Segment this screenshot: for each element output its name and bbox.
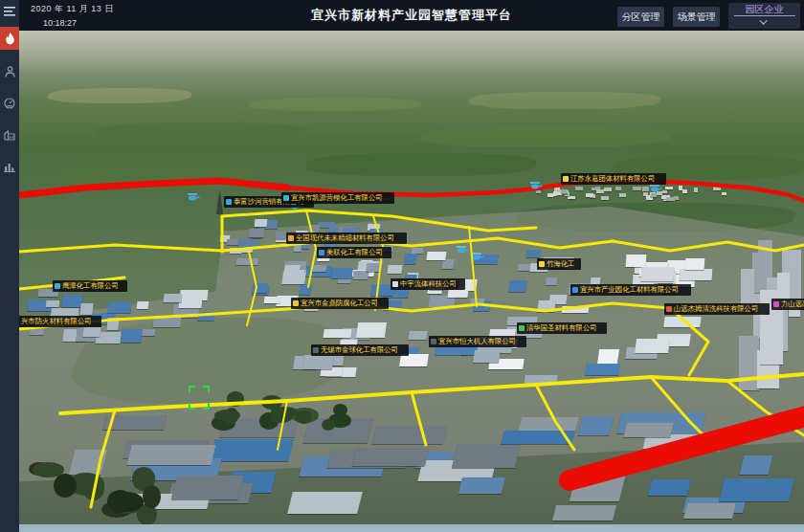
company-marker-icon bbox=[293, 300, 299, 306]
company-label[interactable]: 清华国圣材料有限公司 bbox=[517, 322, 607, 334]
company-label-text: 山远杰姆清洗科技有限公司 bbox=[674, 303, 758, 314]
company-marker-icon bbox=[666, 306, 672, 312]
company-label-text: 美联化工有限公司 bbox=[326, 247, 383, 257]
highlighted-road bbox=[412, 392, 426, 445]
left-toolbar bbox=[0, 0, 19, 532]
company-marker-icon bbox=[563, 176, 569, 182]
helicopter-icon bbox=[187, 188, 200, 206]
company-label[interactable]: 宜兴市产业园化工材料有限公司 bbox=[570, 284, 691, 296]
company-label-text: 宜兴市凯源营模化工有限公司 bbox=[291, 192, 383, 203]
company-label-text: 江苏永嘉团体材料有限公司 bbox=[570, 173, 655, 184]
chevron-down-icon bbox=[759, 16, 767, 24]
company-marker-icon bbox=[572, 287, 578, 293]
company-label[interactable]: 全国现代未来精细材料有限公司 bbox=[286, 233, 407, 244]
company-marker-icon bbox=[226, 199, 232, 205]
company-label[interactable]: 无锡市金球化工有限公司 bbox=[311, 344, 409, 356]
company-label[interactable]: 江苏永嘉团体材料有限公司 bbox=[561, 173, 666, 185]
scene-management-button[interactable]: 场景管理 bbox=[673, 7, 720, 27]
company-label[interactable]: 宜兴市金鼎防腐化工公司 bbox=[291, 298, 389, 309]
company-marker-icon bbox=[283, 195, 289, 201]
company-label[interactable]: 中宇流体科技公司 bbox=[391, 278, 465, 290]
company-label[interactable]: 山远杰姆清洗科技有限公司 bbox=[664, 303, 770, 315]
company-label-text: 力山远高精清洗科技有限公司 bbox=[781, 299, 804, 309]
company-marker-icon bbox=[519, 325, 525, 331]
flame-icon[interactable] bbox=[0, 27, 19, 50]
company-marker-icon bbox=[431, 339, 436, 344]
highlighted-road bbox=[247, 252, 257, 325]
company-label-text: 中宇流体科技公司 bbox=[400, 278, 457, 289]
company-label[interactable]: 鹰潭化工有限公司 bbox=[53, 280, 127, 292]
gauge-icon[interactable] bbox=[0, 93, 19, 114]
map-3d-viewport[interactable]: 泰富沙河营销有限公司宜兴市凯源营模化工有限公司全国现代未来精细材料有限公司美联化… bbox=[19, 31, 804, 532]
company-label-text: 宜兴市金鼎防腐化工公司 bbox=[301, 298, 378, 308]
highlighted-road bbox=[345, 303, 670, 311]
company-label[interactable]: 兴市防火材料有限公司 bbox=[19, 316, 101, 327]
factory-icon[interactable] bbox=[0, 124, 19, 145]
app-window: { "app": { "date": "2020 年 11 月 13 日", "… bbox=[0, 0, 804, 532]
dropdown-divider bbox=[734, 15, 795, 16]
park-enterprise-dropdown[interactable]: 园区企业 bbox=[728, 3, 800, 29]
highlighted-road bbox=[373, 216, 383, 310]
company-marker-icon bbox=[288, 235, 294, 241]
highlighted-road bbox=[91, 410, 115, 507]
company-label[interactable]: 美联化工有限公司 bbox=[317, 247, 391, 258]
company-label-text: 兴市防火材料有限公司 bbox=[21, 316, 92, 326]
company-label-text: 鹰潭化工有限公司 bbox=[62, 280, 119, 291]
highlighted-road bbox=[469, 227, 477, 306]
company-label-text: 清华国圣材料有限公司 bbox=[526, 322, 597, 333]
company-marker-icon bbox=[539, 261, 545, 267]
helicopter-icon bbox=[471, 248, 484, 265]
company-label[interactable]: 宜兴市恒大机人有限公司 bbox=[429, 336, 526, 347]
top-bar: 2020 年 11 月 13 日 10:18:27 宜兴市新材料产业园智慧管理平… bbox=[19, 0, 804, 31]
highlighted-road bbox=[670, 308, 708, 375]
company-label[interactable]: 力山远高精清洗科技有限公司 bbox=[771, 299, 804, 310]
company-label-text: 全国现代未来精细材料有限公司 bbox=[296, 233, 394, 243]
person-icon[interactable] bbox=[0, 61, 19, 82]
highlighted-road bbox=[278, 401, 287, 450]
highlighted-road bbox=[19, 245, 287, 252]
dropdown-label: 园区企业 bbox=[746, 3, 784, 15]
company-label[interactable]: 宜兴市凯源营模化工有限公司 bbox=[281, 192, 394, 204]
company-label-text: 无锡市金球化工有限公司 bbox=[321, 344, 398, 355]
selection-reticle bbox=[189, 386, 210, 410]
company-marker-icon bbox=[313, 347, 319, 353]
company-label-text: 宜兴市产业园化工材料有限公司 bbox=[580, 284, 679, 295]
bar-chart-icon[interactable] bbox=[0, 156, 19, 177]
helicopter-icon bbox=[529, 177, 543, 194]
menu-icon[interactable] bbox=[0, 2, 19, 21]
red-convoy-route bbox=[19, 181, 287, 195]
highlighted-road bbox=[613, 241, 804, 251]
highlighted-road bbox=[222, 211, 536, 231]
company-marker-icon bbox=[392, 281, 398, 287]
highlighted-road bbox=[536, 385, 574, 450]
company-label-text: 竹海化工 bbox=[547, 258, 574, 269]
red-convoy-route bbox=[570, 416, 804, 480]
highlighted-road bbox=[306, 211, 316, 287]
company-marker-icon bbox=[319, 250, 324, 255]
topbar-actions: 分区管理 场景管理 园区企业 bbox=[617, 3, 800, 29]
company-marker-icon bbox=[55, 283, 60, 289]
company-label-text: 宜兴市恒大机人有限公司 bbox=[438, 336, 516, 346]
company-marker-icon bbox=[773, 301, 779, 307]
highlighted-road bbox=[60, 374, 804, 413]
zone-management-button[interactable]: 分区管理 bbox=[617, 7, 664, 27]
company-label[interactable]: 竹海化工 bbox=[537, 258, 581, 270]
helicopter-icon bbox=[456, 241, 469, 258]
